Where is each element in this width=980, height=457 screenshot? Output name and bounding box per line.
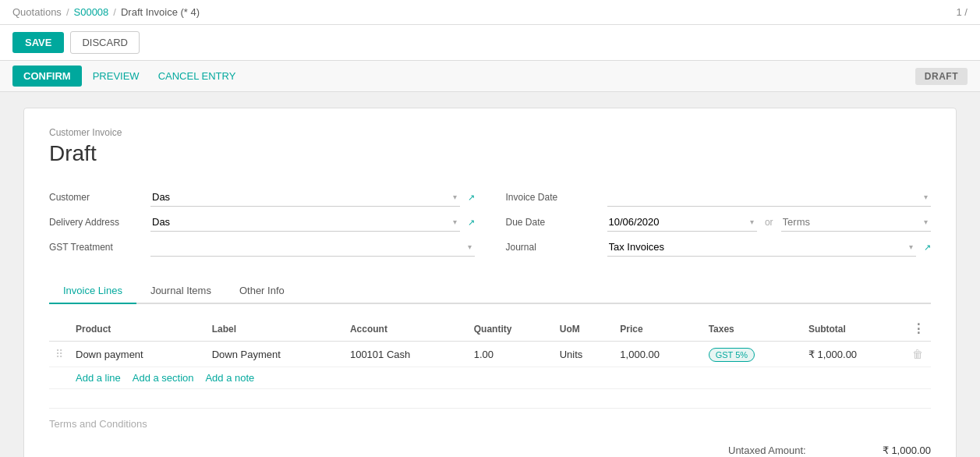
- terms-input[interactable]: [781, 213, 921, 231]
- totals-section: Untaxed Amount: ₹ 1,000.00 SGST: ₹ 25.00: [49, 442, 931, 457]
- gst-treatment-input[interactable]: [150, 238, 465, 256]
- invoice-card: Customer Invoice Draft Customer ▾ ↗ Deli…: [23, 108, 957, 457]
- customer-external-link-icon[interactable]: ↗: [468, 193, 475, 203]
- gst-input-wrap: ▾: [150, 238, 475, 257]
- invoice-type-label: Customer Invoice: [49, 127, 931, 138]
- column-options-icon[interactable]: ⋮: [912, 322, 925, 335]
- col-account-header: Account: [344, 317, 468, 342]
- totals-table: Untaxed Amount: ₹ 1,000.00 SGST: ₹ 25.00: [728, 442, 931, 457]
- row-uom[interactable]: Units: [554, 342, 614, 367]
- journal-label: Journal: [506, 242, 600, 253]
- customer-input[interactable]: [150, 188, 450, 206]
- col-taxes-header: Taxes: [702, 317, 802, 342]
- gst-dropdown-icon[interactable]: ▾: [465, 243, 475, 251]
- untaxed-amount-row: Untaxed Amount: ₹ 1,000.00: [728, 442, 931, 457]
- row-taxes[interactable]: GST 5%: [702, 342, 802, 367]
- breadcrumb-sep2: /: [113, 6, 116, 18]
- invoice-form: Customer ▾ ↗ Delivery Address ▾ ↗: [49, 185, 931, 260]
- discard-button[interactable]: DISCARD: [70, 31, 140, 54]
- due-date-wrap: ▾: [607, 213, 757, 232]
- breadcrumb-bar: Quotations / S00008 / Draft Invoice (* 4…: [0, 0, 980, 25]
- due-date-label: Due Date: [506, 217, 600, 228]
- add-line-row: Add a line Add a section Add a note: [49, 367, 931, 389]
- tab-journal-items[interactable]: Journal Items: [136, 278, 225, 304]
- customer-input-wrap: ▾: [150, 188, 460, 207]
- status-badge: DRAFT: [915, 68, 968, 85]
- terms-section: Terms and Conditions: [49, 408, 931, 430]
- or-text: or: [765, 217, 773, 228]
- due-date-input[interactable]: [607, 213, 747, 231]
- col-price-header: Price: [614, 317, 702, 342]
- delivery-dropdown-icon[interactable]: ▾: [450, 218, 460, 226]
- row-delete-icon[interactable]: 🗑: [912, 348, 923, 360]
- invoice-date-row: Invoice Date ▾: [506, 185, 932, 210]
- cancel-entry-button[interactable]: CANCEL ENTRY: [150, 66, 244, 87]
- journal-input[interactable]: [607, 238, 907, 256]
- customer-dropdown-icon[interactable]: ▾: [450, 193, 460, 201]
- table-row: ⠿ Down payment Down Payment 100101 Cash …: [49, 342, 931, 367]
- row-price[interactable]: 1,000.00: [614, 342, 702, 367]
- col-handle-header: [49, 317, 69, 342]
- add-line-link[interactable]: Add a line: [76, 372, 121, 384]
- row-account[interactable]: 100101 Cash: [344, 342, 468, 367]
- row-move-handle[interactable]: ⠿: [55, 348, 63, 360]
- terms-label: Terms and Conditions: [49, 418, 147, 430]
- right-fields: Invoice Date ▾ Due Date ▾ or: [506, 185, 932, 260]
- action-bar: SAVE DISCARD: [0, 25, 980, 61]
- col-product-header: Product: [69, 317, 206, 342]
- row-product[interactable]: Down payment: [69, 342, 206, 367]
- row-subtotal: ₹ 1,000.00: [802, 342, 906, 367]
- invoice-date-wrap: ▾: [607, 188, 932, 207]
- journal-external-link-icon[interactable]: ↗: [924, 243, 931, 253]
- row-label[interactable]: Down Payment: [206, 342, 344, 367]
- terms-dropdown-icon[interactable]: ▾: [921, 218, 931, 226]
- gst-treatment-label: GST Treatment: [49, 242, 143, 253]
- customer-row: Customer ▾ ↗: [49, 185, 475, 210]
- due-date-dropdown-icon[interactable]: ▾: [747, 218, 757, 226]
- tax-badge: GST 5%: [709, 348, 755, 362]
- breadcrumb-id[interactable]: S00008: [74, 6, 109, 18]
- col-label-header: Label: [206, 317, 344, 342]
- delivery-external-link-icon[interactable]: ↗: [468, 218, 475, 228]
- invoice-date-label: Invoice Date: [506, 192, 600, 203]
- breadcrumb-current: Draft Invoice (* 4): [121, 6, 200, 18]
- col-quantity-header: Quantity: [468, 317, 554, 342]
- customer-label: Customer: [49, 192, 143, 203]
- tab-invoice-lines[interactable]: Invoice Lines: [49, 278, 136, 304]
- delivery-address-row: Delivery Address ▾ ↗: [49, 210, 475, 235]
- preview-button[interactable]: PREVIEW: [85, 66, 147, 87]
- journal-row: Journal ▾ ↗: [506, 235, 932, 260]
- delivery-address-input[interactable]: [150, 213, 450, 231]
- save-button[interactable]: SAVE: [12, 32, 64, 53]
- due-date-row: Due Date ▾ or ▾: [506, 210, 932, 235]
- confirm-button[interactable]: CONFIRM: [12, 66, 82, 87]
- delivery-address-label: Delivery Address: [49, 217, 143, 228]
- left-fields: Customer ▾ ↗ Delivery Address ▾ ↗: [49, 185, 475, 260]
- invoice-status-title: Draft: [49, 141, 931, 166]
- page-count: 1 /: [957, 6, 968, 18]
- untaxed-amount-label: Untaxed Amount:: [728, 445, 806, 456]
- tab-other-info[interactable]: Other Info: [225, 278, 299, 304]
- add-note-link[interactable]: Add a note: [205, 372, 254, 384]
- add-section-link[interactable]: Add a section: [133, 372, 194, 384]
- gst-treatment-row: GST Treatment ▾: [49, 235, 475, 260]
- secondary-bar: CONFIRM PREVIEW CANCEL ENTRY DRAFT: [0, 61, 980, 92]
- terms-wrap: ▾: [781, 213, 931, 232]
- breadcrumb-root[interactable]: Quotations: [12, 6, 62, 18]
- main-content: Customer Invoice Draft Customer ▾ ↗ Deli…: [0, 92, 980, 457]
- invoice-date-dropdown-icon[interactable]: ▾: [921, 193, 931, 201]
- invoice-tabs: Invoice Lines Journal Items Other Info: [49, 278, 931, 304]
- invoice-lines-table: Product Label Account Quantity UoM Price…: [49, 317, 931, 389]
- breadcrumb-sep1: /: [66, 6, 69, 18]
- col-options-header: ⋮: [906, 317, 931, 342]
- col-uom-header: UoM: [554, 317, 614, 342]
- delivery-input-wrap: ▾: [150, 213, 460, 232]
- col-subtotal-header: Subtotal: [802, 317, 906, 342]
- journal-dropdown-icon[interactable]: ▾: [906, 243, 916, 251]
- journal-input-wrap: ▾: [607, 238, 917, 257]
- untaxed-amount-value: ₹ 1,000.00: [883, 445, 931, 456]
- row-quantity[interactable]: 1.00: [468, 342, 554, 367]
- invoice-date-input[interactable]: [607, 188, 922, 206]
